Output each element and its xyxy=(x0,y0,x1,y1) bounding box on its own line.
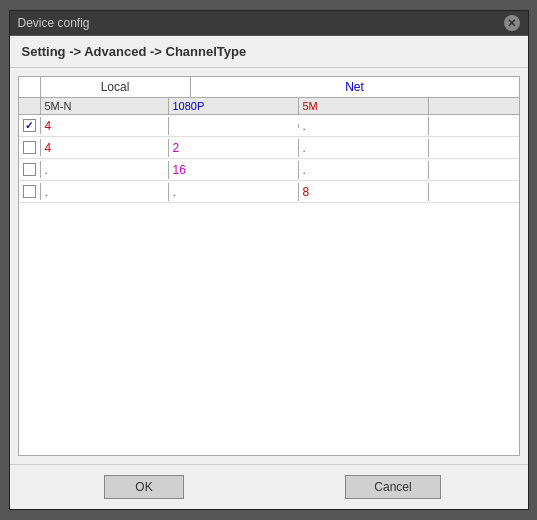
window-title: Device config xyxy=(18,16,90,30)
close-button[interactable]: ✕ xyxy=(504,15,520,31)
col-header-5mn: 5M-N xyxy=(41,98,169,114)
footer-left: OK xyxy=(20,475,269,499)
row-3-col1: . xyxy=(41,183,169,201)
col-group-local-label: Local xyxy=(41,77,191,97)
footer: OK Cancel xyxy=(10,464,528,509)
row-0-col4 xyxy=(429,124,519,128)
row-0-col1: 4 xyxy=(41,117,169,135)
checkbox-3[interactable] xyxy=(23,185,36,198)
row-2-col2: 16 xyxy=(169,161,299,179)
row-1-col4 xyxy=(429,146,519,150)
checkbox-2[interactable] xyxy=(23,163,36,176)
row-3-col4 xyxy=(429,190,519,194)
row-2-col4 xyxy=(429,168,519,172)
device-config-window: Device config ✕ Setting -> Advanced -> C… xyxy=(9,10,529,510)
ok-button[interactable]: OK xyxy=(104,475,184,499)
row-2-col3: . xyxy=(299,161,429,179)
col-header-5m: 5M xyxy=(299,98,429,114)
breadcrumb: Setting -> Advanced -> ChannelType xyxy=(10,36,528,68)
table-rows-container: 4 . 4 2 . xyxy=(19,115,519,455)
col-headers-row: 5M-N 1080P 5M xyxy=(19,98,519,115)
checkbox-0[interactable] xyxy=(23,119,36,132)
table-row: . 16 . xyxy=(19,159,519,181)
row-3-col3: 8 xyxy=(299,183,429,201)
title-bar: Device config ✕ xyxy=(10,11,528,36)
row-1-col3: . xyxy=(299,139,429,157)
row-checkbox-2[interactable] xyxy=(19,161,41,178)
row-checkbox-0[interactable] xyxy=(19,117,41,134)
checkbox-1[interactable] xyxy=(23,141,36,154)
row-0-col3: . xyxy=(299,117,429,135)
row-1-col1: 4 xyxy=(41,139,169,157)
table-row: 4 . xyxy=(19,115,519,137)
row-3-col2: . xyxy=(169,183,299,201)
col-group-net-label: Net xyxy=(191,77,519,97)
footer-right: Cancel xyxy=(269,475,518,499)
table-row: 4 2 . xyxy=(19,137,519,159)
row-0-col2 xyxy=(169,124,299,128)
col-group-header: Local Net xyxy=(19,77,519,98)
table-row: . . 8 xyxy=(19,181,519,203)
col-header-1080p: 1080P xyxy=(169,98,299,114)
col-header-check xyxy=(19,98,41,114)
row-1-col2: 2 xyxy=(169,139,299,157)
cancel-button[interactable]: Cancel xyxy=(345,475,440,499)
row-2-col1: . xyxy=(41,161,169,179)
row-checkbox-3[interactable] xyxy=(19,183,41,200)
content-area: Local Net 5M-N 1080P 5M 4 xyxy=(10,68,528,464)
col-header-extra xyxy=(429,98,519,114)
channel-type-table: Local Net 5M-N 1080P 5M 4 xyxy=(18,76,520,456)
row-checkbox-1[interactable] xyxy=(19,139,41,156)
